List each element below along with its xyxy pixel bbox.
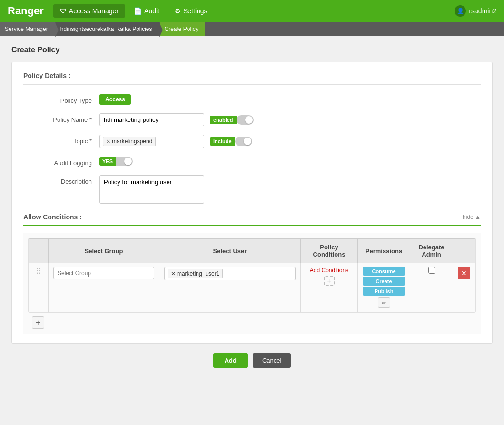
audit-logging-row: Audit Logging YES bbox=[23, 157, 481, 167]
add-button[interactable]: Add bbox=[213, 353, 248, 368]
topic-tag-value: marketingspend bbox=[112, 138, 152, 145]
allow-conditions-header: Allow Conditions : hide ▲ bbox=[23, 213, 481, 226]
remove-row-button[interactable]: ✕ bbox=[458, 267, 470, 279]
perm-publish-badge[interactable]: Publish bbox=[363, 287, 405, 296]
policy-type-control: Access bbox=[99, 94, 481, 105]
description-row: Description Policy for marketing user bbox=[23, 175, 481, 204]
remove-cell: ✕ bbox=[453, 263, 475, 312]
allow-conditions-title: Allow Conditions : bbox=[23, 213, 82, 221]
perm-create-badge[interactable]: Create bbox=[363, 277, 405, 286]
topic-tag: ✕ marketingspend bbox=[103, 137, 156, 146]
topic-tag-input[interactable]: ✕ marketingspend bbox=[99, 135, 204, 148]
description-textarea[interactable]: Policy for marketing user bbox=[99, 175, 204, 204]
cancel-button[interactable]: Cancel bbox=[253, 353, 291, 368]
conditions-outer: Select Group Select User Policy Conditio… bbox=[23, 233, 481, 334]
policy-details-section-header: Policy Details : bbox=[23, 72, 481, 85]
th-drag bbox=[29, 239, 49, 263]
th-select-group: Select Group bbox=[49, 239, 159, 263]
group-select-cell bbox=[49, 263, 159, 312]
gear-icon: ⚙ bbox=[175, 7, 181, 15]
policy-type-badge: Access bbox=[99, 94, 131, 105]
table-row: ⠿ ✕ marketing_user1 bbox=[29, 263, 475, 312]
page-title: Create Policy bbox=[11, 46, 493, 54]
breadcrumb-policies[interactable]: hdinsightsecurekafka_kafka Policies bbox=[56, 22, 159, 36]
policy-type-row: Policy Type Access bbox=[23, 94, 481, 105]
user-tag: ✕ marketing_user1 bbox=[168, 269, 223, 278]
enabled-toggle-group[interactable]: enabled bbox=[210, 115, 254, 125]
brand-logo: Ranger bbox=[8, 5, 44, 17]
add-row-button[interactable]: + bbox=[32, 316, 44, 329]
th-select-user: Select User bbox=[159, 239, 300, 263]
policy-name-label: Policy Name * bbox=[23, 113, 99, 123]
policy-name-row: Policy Name * enabled bbox=[23, 113, 481, 126]
audit-logging-label: Audit Logging bbox=[23, 157, 99, 167]
include-toggle[interactable] bbox=[235, 137, 252, 146]
bottom-actions: Add Cancel bbox=[11, 353, 493, 368]
include-badge: include bbox=[210, 137, 235, 146]
th-permissions: Permissions bbox=[358, 239, 410, 263]
user-select-cell: ✕ marketing_user1 bbox=[159, 263, 300, 312]
description-control: Policy for marketing user bbox=[99, 175, 481, 204]
audit-logging-control: YES bbox=[99, 157, 481, 166]
delegate-cell bbox=[410, 263, 453, 312]
page-content: Create Policy Policy Details : Policy Ty… bbox=[0, 36, 504, 377]
breadcrumb-create-policy[interactable]: Create Policy bbox=[160, 22, 205, 36]
file-icon: 📄 bbox=[134, 7, 142, 15]
nav-items: 🛡 Access Manager 📄 Audit ⚙ Settings bbox=[53, 4, 455, 18]
add-conditions-link[interactable]: Add Conditions bbox=[306, 267, 353, 274]
drag-handle-cell: ⠿ bbox=[29, 263, 49, 312]
audit-yes-badge: YES bbox=[99, 157, 116, 166]
description-label: Description bbox=[23, 175, 99, 185]
conditions-table: Select Group Select User Policy Conditio… bbox=[29, 238, 475, 312]
topic-label: Topic * bbox=[23, 135, 99, 145]
th-conditions: Policy Conditions bbox=[301, 239, 358, 263]
permissions-cell: Consume Create Publish ✏ bbox=[358, 263, 410, 312]
breadcrumb: Service Manager hdinsightsecurekafka_kaf… bbox=[0, 22, 504, 36]
user-tag-remove[interactable]: ✕ bbox=[171, 270, 176, 277]
top-nav: Ranger 🛡 Access Manager 📄 Audit ⚙ Settin… bbox=[0, 0, 504, 22]
user-section: 👤 rsadmin2 bbox=[455, 5, 496, 17]
perm-edit-button[interactable]: ✏ bbox=[378, 297, 390, 308]
drag-handle-icon[interactable]: ⠿ bbox=[34, 266, 43, 277]
hide-conditions-link[interactable]: hide ▲ bbox=[463, 214, 481, 220]
shield-icon: 🛡 bbox=[60, 7, 67, 15]
delegate-admin-checkbox[interactable] bbox=[428, 267, 435, 274]
nav-audit[interactable]: 📄 Audit bbox=[127, 4, 166, 18]
include-toggle-group[interactable]: include bbox=[210, 137, 252, 146]
user-tag-input[interactable]: ✕ marketing_user1 bbox=[164, 267, 296, 280]
topic-row: Topic * ✕ marketingspend include bbox=[23, 135, 481, 148]
topic-control: ✕ marketingspend include bbox=[99, 135, 481, 148]
breadcrumb-service-manager[interactable]: Service Manager bbox=[0, 22, 55, 36]
conditions-cell: Add Conditions + bbox=[301, 263, 358, 312]
select-group-input[interactable] bbox=[53, 267, 154, 279]
avatar: 👤 bbox=[455, 5, 466, 17]
perm-consume-badge[interactable]: Consume bbox=[363, 267, 405, 276]
enabled-badge: enabled bbox=[210, 116, 237, 124]
topic-tag-remove[interactable]: ✕ bbox=[106, 139, 110, 144]
main-card: Policy Details : Policy Type Access Poli… bbox=[11, 62, 493, 344]
th-delegate: Delegate Admin bbox=[410, 239, 453, 263]
nav-access-manager[interactable]: 🛡 Access Manager bbox=[53, 4, 125, 18]
policy-type-label: Policy Type bbox=[23, 94, 99, 104]
enabled-toggle[interactable] bbox=[237, 115, 254, 125]
add-conditions-plus-btn[interactable]: + bbox=[324, 276, 335, 286]
user-tag-value: marketing_user1 bbox=[177, 270, 219, 277]
audit-toggle[interactable]: YES bbox=[99, 157, 133, 166]
allow-conditions-section: Allow Conditions : hide ▲ Select Group S… bbox=[23, 213, 481, 334]
audit-switch[interactable] bbox=[116, 157, 133, 166]
conditions-table-wrap: Select Group Select User Policy Conditio… bbox=[28, 238, 476, 313]
th-actions bbox=[453, 239, 475, 263]
nav-settings[interactable]: ⚙ Settings bbox=[168, 4, 214, 18]
policy-name-control: enabled bbox=[99, 113, 481, 126]
username: rsadmin2 bbox=[469, 7, 496, 15]
policy-name-input[interactable] bbox=[99, 113, 204, 126]
